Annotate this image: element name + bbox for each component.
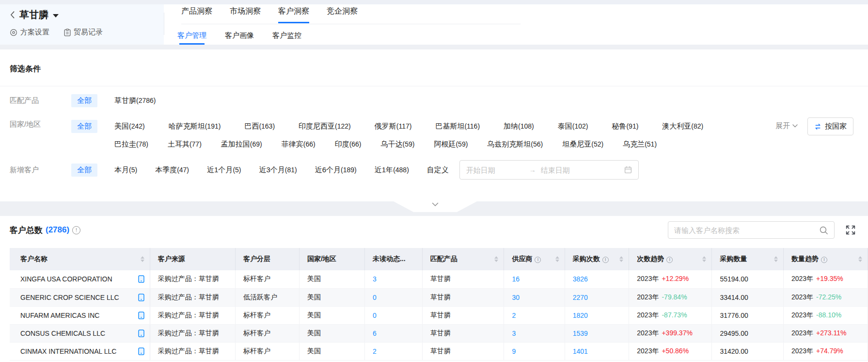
filter-country-item[interactable]: 印度尼西亚(122) — [299, 122, 351, 131]
product-cell: 草甘膦 — [422, 342, 504, 360]
filter-country-item[interactable]: 坦桑尼亚(52) — [562, 140, 603, 149]
filter-period-item[interactable]: 近6个月(189) — [315, 165, 357, 175]
unread-link-cell[interactable]: 6 — [364, 324, 422, 342]
filter-country-item[interactable]: 乌兹别克斯坦(56) — [487, 140, 543, 149]
filter-country-item[interactable]: 乌克兰(51) — [623, 140, 657, 149]
scheme-settings-button[interactable]: 方案设置 — [10, 28, 49, 37]
info-icon[interactable]: ! — [535, 257, 541, 263]
filter-country-item[interactable]: 哈萨克斯坦(191) — [169, 122, 221, 131]
filter-country-item[interactable]: 美国(242) — [114, 122, 145, 131]
product-all-chip[interactable]: 全部 — [71, 94, 97, 107]
filter-country-item[interactable]: 阿根廷(59) — [434, 140, 468, 149]
filter-country-item[interactable]: 秘鲁(91) — [612, 122, 638, 131]
custom-date-option[interactable]: 自定义 — [427, 165, 449, 175]
end-date-input[interactable] — [541, 166, 603, 174]
unread-link-cell[interactable]: 0 — [364, 306, 422, 324]
main-tab[interactable]: 客户洞察 — [278, 6, 309, 23]
suppliers-link-cell[interactable]: 3 — [504, 324, 565, 342]
filter-period-item[interactable]: 近1年(488) — [375, 165, 409, 175]
sub-tab[interactable]: 客户画像 — [225, 27, 254, 45]
filter-country-item[interactable]: 土耳其(77) — [168, 140, 202, 149]
column-header-quantity[interactable]: 采购数量 — [712, 248, 783, 270]
filter-country-item[interactable]: 印度(66) — [335, 140, 362, 149]
sort-icon[interactable] — [774, 256, 778, 262]
main-tab[interactable]: 竞企洞察 — [327, 6, 358, 23]
customer-search-input[interactable] — [674, 226, 819, 234]
column-header-name[interactable]: 客户名称 — [10, 248, 150, 270]
column-header-product[interactable]: 匹配产品 — [422, 248, 504, 270]
filter-country-item[interactable]: 乌干达(59) — [381, 140, 415, 149]
unread-link-cell[interactable]: 0 — [364, 288, 422, 306]
filter-country-item[interactable]: 巴基斯坦(116) — [435, 122, 480, 131]
country-all-chip[interactable]: 全部 — [71, 120, 97, 133]
contact-card-icon[interactable] — [138, 329, 144, 337]
suppliers-link-cell[interactable]: 16 — [504, 270, 565, 288]
sort-icon[interactable] — [619, 256, 623, 262]
unread-link-cell[interactable]: 2 — [364, 342, 422, 360]
purchases-link-cell[interactable]: 1820 — [565, 306, 629, 324]
contact-card-icon[interactable] — [138, 275, 144, 283]
filter-item-count: (189) — [341, 166, 357, 174]
contact-card-icon[interactable] — [138, 347, 144, 355]
trend-cell: 2023年+273.11% — [783, 324, 868, 342]
column-header-qty_trend[interactable]: 数量趋势! — [783, 248, 868, 270]
column-header-country: 国家/地区 — [299, 248, 364, 270]
purchases-link-cell[interactable]: 3826 — [565, 270, 629, 288]
sort-icon[interactable] — [858, 256, 862, 262]
filter-period-item[interactable]: 本月(5) — [114, 165, 137, 175]
filter-divider — [0, 86, 868, 86]
info-icon[interactable]: ! — [821, 257, 827, 263]
date-range-arrow: → — [529, 166, 536, 174]
info-icon[interactable]: ! — [72, 226, 80, 234]
filter-country-item[interactable]: 菲律宾(66) — [282, 140, 316, 149]
purchases-link-cell[interactable]: 1539 — [565, 324, 629, 342]
sort-icon[interactable] — [494, 256, 498, 262]
info-icon[interactable]: ! — [666, 257, 673, 263]
main-tab[interactable]: 产品洞察 — [181, 6, 212, 23]
fullscreen-icon[interactable] — [846, 225, 855, 235]
expand-toggle[interactable]: 展开 — [775, 121, 798, 131]
filter-product-item[interactable]: 草甘膦(2786) — [114, 96, 156, 105]
filter-country-item[interactable]: 巴拉圭(78) — [114, 140, 148, 149]
column-label: 客户来源 — [158, 255, 185, 263]
product-dropdown-icon[interactable] — [53, 14, 59, 17]
suppliers-link-cell[interactable]: 9 — [504, 342, 565, 360]
column-header-purchases[interactable]: 采购次数! — [565, 248, 629, 270]
filter-country-item[interactable]: 泰国(102) — [558, 122, 588, 131]
filter-period-item[interactable]: 近1个月(5) — [207, 165, 241, 175]
filter-item-count: (5) — [129, 166, 137, 174]
sort-icon[interactable] — [555, 256, 559, 262]
contact-card-icon[interactable] — [138, 294, 144, 301]
unread-link-cell[interactable]: 3 — [364, 270, 422, 288]
sub-tab[interactable]: 客户监控 — [272, 27, 301, 45]
info-icon[interactable]: ! — [602, 257, 609, 263]
start-date-input[interactable] — [466, 166, 528, 174]
filter-period-item[interactable]: 本季度(47) — [155, 165, 189, 175]
sort-icon[interactable] — [702, 256, 706, 262]
clipboard-icon — [64, 29, 71, 36]
date-range-picker[interactable]: → — [459, 160, 639, 180]
filter-country-item[interactable]: 俄罗斯(117) — [375, 122, 412, 131]
purchases-link-cell[interactable]: 1401 — [565, 342, 629, 360]
filter-period-item[interactable]: 近3个月(81) — [259, 165, 297, 175]
column-header-count_trend[interactable]: 次数趋势! — [629, 248, 712, 270]
back-icon[interactable] — [10, 11, 15, 19]
column-header-suppliers[interactable]: 供应商! — [504, 248, 565, 270]
contact-card-icon[interactable] — [138, 312, 144, 319]
trade-records-button[interactable]: 贸易记录 — [64, 28, 103, 37]
filter-country-item[interactable]: 澳大利亚(82) — [662, 122, 703, 131]
new-customer-all-chip[interactable]: 全部 — [71, 164, 97, 177]
filter-country-item[interactable]: 加纳(108) — [504, 122, 534, 131]
main-tab[interactable]: 市场洞察 — [230, 6, 261, 23]
collapse-filter-toggle[interactable] — [394, 201, 477, 212]
column-header-tier: 客户分层 — [235, 248, 299, 270]
sort-icon[interactable] — [141, 256, 144, 262]
suppliers-link-cell[interactable]: 30 — [504, 288, 565, 306]
search-icon[interactable] — [819, 226, 828, 235]
by-country-button[interactable]: 按国家 — [807, 117, 853, 135]
filter-country-item[interactable]: 巴西(163) — [244, 122, 275, 131]
suppliers-link-cell[interactable]: 2 — [504, 306, 565, 324]
purchases-link-cell[interactable]: 2270 — [565, 288, 629, 306]
sub-tab[interactable]: 客户管理 — [177, 27, 206, 45]
filter-country-item[interactable]: 孟加拉国(69) — [221, 140, 262, 149]
